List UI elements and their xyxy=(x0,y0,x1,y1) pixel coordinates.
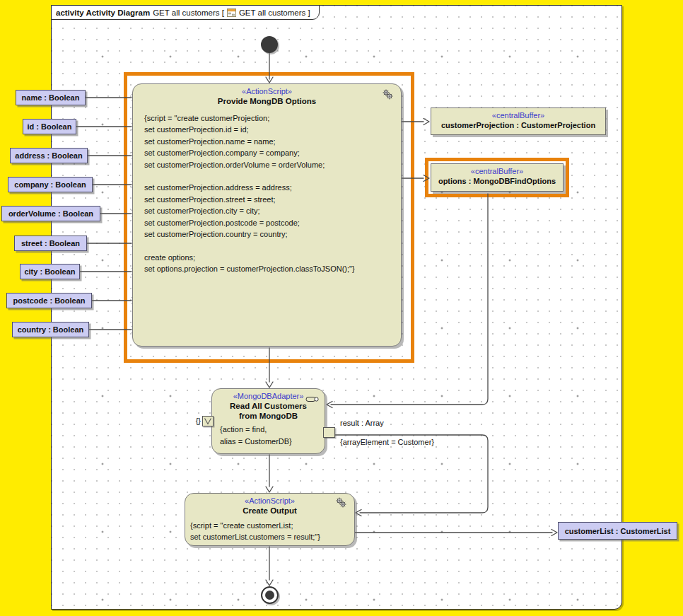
options-stereotype: «centralBuffer» xyxy=(431,167,563,175)
param-customerlist-output[interactable]: customerList : CustomerList xyxy=(558,522,677,540)
param-postcode-label: postcode : Boolean xyxy=(13,296,85,305)
diagram-stage: activity Activity Diagram GET all custom… xyxy=(0,0,683,616)
buffer-customerprojection[interactable]: «centralBuffer» customerProjection : Cus… xyxy=(431,107,606,135)
param-street[interactable]: street : Boolean xyxy=(14,236,87,251)
param-name[interactable]: name : Boolean xyxy=(16,90,86,105)
create-output-stereotype: «ActionScript» xyxy=(185,496,354,505)
frame-title-name: GET all customers [ xyxy=(153,8,224,17)
output-pin-result[interactable] xyxy=(323,427,335,438)
initial-node[interactable] xyxy=(261,36,278,53)
options-name: options : MongoDBFindOptions xyxy=(431,176,563,186)
param-country[interactable]: country : Boolean xyxy=(12,322,89,337)
param-address-label: address : Boolean xyxy=(15,151,82,160)
result-pin-label[interactable]: result : Array xyxy=(340,419,384,427)
activity-final-node[interactable] xyxy=(261,586,279,604)
param-street-label: street : Boolean xyxy=(21,239,80,248)
provide-options-script: {script = "create customerProjection; se… xyxy=(144,112,395,275)
param-country-label: country : Boolean xyxy=(18,325,84,334)
param-ordervolume-label: orderVolume : Boolean xyxy=(8,209,93,218)
create-output-script: {script = "create customerList; set cust… xyxy=(190,520,353,543)
param-city[interactable]: city : Boolean xyxy=(20,264,80,279)
left-pin-label: {} xyxy=(188,417,201,425)
action-create-output[interactable]: «ActionScript» Create Output {script = "… xyxy=(185,493,355,546)
buffer-options[interactable]: «centralBuffer» options : MongoDBFindOpt… xyxy=(431,163,564,192)
param-postcode[interactable]: postcode : Boolean xyxy=(6,293,92,308)
create-output-name: Create Output xyxy=(185,506,354,516)
customerprojection-stereotype: «centralBuffer» xyxy=(431,111,605,120)
provide-options-stereotype: «ActionScript» xyxy=(133,87,401,95)
frame-title-tab[interactable]: activity Activity Diagram GET all custom… xyxy=(51,5,320,20)
frame-title-keyword: activity Activity Diagram xyxy=(56,8,150,17)
param-id[interactable]: id : Boolean xyxy=(23,119,76,134)
adapter-icon xyxy=(305,393,320,406)
action-provide-mongdb-options[interactable]: «ActionScript» Provide MongDB Options {s… xyxy=(132,83,402,347)
param-address[interactable]: address : Boolean xyxy=(10,148,88,163)
gears-icon xyxy=(382,89,394,103)
param-company[interactable]: company : Boolean xyxy=(8,177,93,192)
param-name-label: name : Boolean xyxy=(22,93,80,102)
customerprojection-name: customerProjection : CustomerProjection xyxy=(431,120,605,130)
param-id-label: id : Boolean xyxy=(28,122,72,131)
provide-options-name: Provide MongDB Options xyxy=(133,96,401,106)
gears-icon xyxy=(335,497,347,511)
param-city-label: city : Boolean xyxy=(24,267,75,276)
input-pin-options[interactable] xyxy=(202,416,214,426)
param-company-label: company : Boolean xyxy=(14,180,86,189)
param-ordervolume[interactable]: orderVolume : Boolean xyxy=(1,206,100,221)
result-constraint-label[interactable]: {arrayElement = Customer} xyxy=(340,438,434,446)
action-read-all-customers[interactable]: «MongoDBAdapter» Read All Customers from… xyxy=(211,388,325,454)
activity-diagram-icon xyxy=(227,8,236,17)
value-pin-v-icon xyxy=(204,417,212,425)
customerlist-label: customerList : CustomerList xyxy=(565,527,671,535)
final-node-dot xyxy=(265,591,274,600)
frame-title-ref: GET all customers ] xyxy=(239,8,310,17)
read-adapter-props: {action = find, alias = CustomerDB} xyxy=(220,424,322,448)
